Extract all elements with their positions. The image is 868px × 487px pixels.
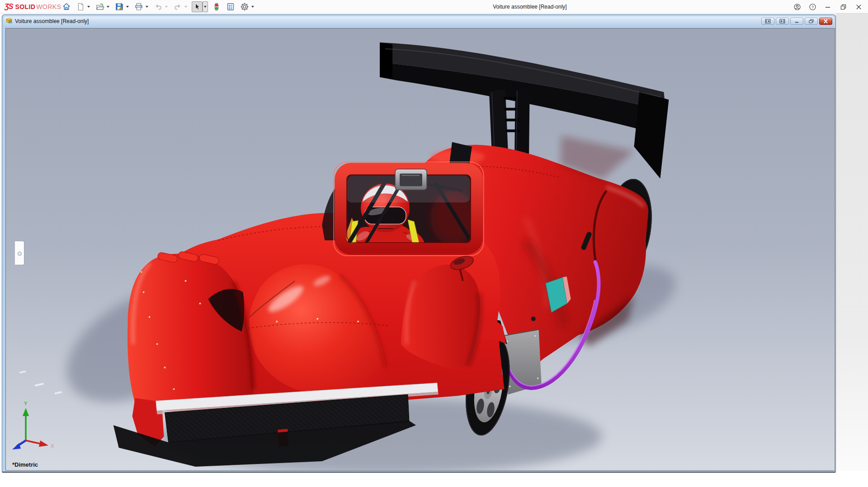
new-document-dropdown[interactable] <box>86 1 91 12</box>
solidworks-logo: ƷS SOLIDWORKS ▸ <box>5 0 68 14</box>
brand-solid-text: SOLID <box>15 3 35 10</box>
open-button[interactable] <box>94 1 105 12</box>
open-dropdown[interactable] <box>105 1 111 12</box>
document-titlebar[interactable]: Voiture assomblee [Read-only] <box>4 16 834 26</box>
race-car-scene[interactable] <box>6 28 835 470</box>
rebuild-stoplight-button[interactable] <box>211 1 222 12</box>
quick-access-toolbar <box>61 0 255 14</box>
new-document-button[interactable] <box>75 1 86 12</box>
main-titlebar: ƷS SOLIDWORKS ▸ <box>0 0 868 14</box>
print-icon <box>134 2 143 11</box>
select-tool-button[interactable] <box>192 1 203 12</box>
task-pane-gutter <box>836 14 868 471</box>
save-button[interactable] <box>114 1 125 12</box>
dock-right-icon <box>779 19 785 23</box>
redo-icon <box>173 2 182 11</box>
file-properties-button[interactable] <box>225 1 236 12</box>
home-icon <box>62 2 71 11</box>
document-window: Voiture assomblee [Read-only] <box>2 14 836 473</box>
dock-left-icon <box>765 19 771 23</box>
triad-y-arrow <box>23 408 29 416</box>
undo-dropdown[interactable] <box>164 1 169 12</box>
svg-text:?: ? <box>811 5 814 9</box>
workspace: Voiture assomblee [Read-only] <box>0 14 868 487</box>
redo-dropdown[interactable] <box>183 1 189 12</box>
open-folder-icon <box>95 2 104 11</box>
home-button[interactable] <box>61 1 72 12</box>
document-close-button[interactable] <box>819 18 832 25</box>
file-properties-icon <box>226 2 235 11</box>
undo-icon <box>154 2 163 11</box>
document-restore-icon <box>808 19 814 23</box>
window-controls: ? <box>793 0 863 14</box>
new-document-icon <box>76 2 85 11</box>
view-orientation-label: *Dimetric <box>12 461 38 468</box>
undo-button[interactable] <box>153 1 164 12</box>
rearview-mirror-pod[interactable] <box>395 169 427 190</box>
graphics-viewport[interactable]: Y X *Dimetric <box>5 28 835 471</box>
save-icon <box>115 2 124 11</box>
save-dropdown[interactable] <box>125 1 130 12</box>
window-title: Voiture assomblee [Read-only] <box>493 0 566 14</box>
account-icon <box>793 3 801 11</box>
help-button[interactable]: ? <box>809 3 816 11</box>
gear-icon <box>240 2 249 11</box>
solidworks-application: ƷS SOLIDWORKS ▸ <box>0 0 868 487</box>
help-icon: ? <box>809 3 816 11</box>
assembly-icon <box>5 18 13 25</box>
document-window-controls <box>761 18 832 25</box>
document-close-icon <box>823 19 829 23</box>
select-tool-dropdown[interactable] <box>203 1 208 12</box>
print-button[interactable] <box>133 1 144 12</box>
orientation-triad[interactable]: Y X <box>8 395 57 454</box>
redo-button[interactable] <box>172 1 183 12</box>
minimize-icon <box>825 4 831 10</box>
close-icon <box>855 4 862 10</box>
restore-icon <box>840 4 847 10</box>
triad-x-label: X <box>51 443 54 449</box>
brand-works-text: WORKS <box>36 3 61 10</box>
document-minimize-icon <box>794 19 800 23</box>
stoplight-icon <box>212 2 221 11</box>
close-button[interactable] <box>855 3 863 11</box>
minimize-button[interactable] <box>824 3 832 11</box>
triad-x-arrow <box>39 440 48 447</box>
print-dropdown[interactable] <box>144 1 150 12</box>
document-title: Voiture assomblee [Read-only] <box>15 18 89 24</box>
options-button[interactable] <box>239 1 250 12</box>
feature-tree-collapse-tab[interactable] <box>15 241 24 265</box>
account-button[interactable] <box>793 3 801 11</box>
dock-right-button[interactable] <box>776 18 789 25</box>
triad-y-label: Y <box>24 401 28 406</box>
select-cursor-icon <box>193 2 202 11</box>
ds-logo-glyph: ƷS <box>5 3 13 11</box>
document-minimize-button[interactable] <box>790 18 803 25</box>
dock-left-button[interactable] <box>761 18 774 25</box>
options-dropdown[interactable] <box>250 1 255 12</box>
restore-button[interactable] <box>840 3 847 11</box>
document-restore-button[interactable] <box>805 18 818 25</box>
